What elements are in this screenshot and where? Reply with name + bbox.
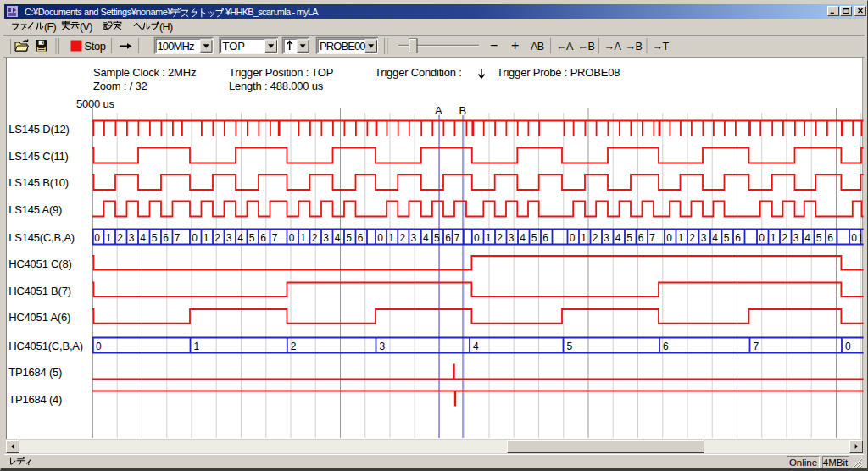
svg-text:4: 4 [423, 232, 429, 244]
svg-text:AB: AB [531, 41, 544, 53]
svg-text:HC4051 A(6): HC4051 A(6) [8, 311, 70, 324]
svg-text:7: 7 [754, 341, 760, 352]
svg-text:7: 7 [272, 232, 278, 244]
svg-text:Zoom : / 32: Zoom : / 32 [93, 80, 147, 92]
svg-text:1: 1 [858, 232, 864, 244]
svg-text:0: 0 [666, 232, 672, 244]
svg-text:2: 2 [593, 232, 598, 244]
svg-text:B: B [459, 104, 466, 117]
svg-text:3: 3 [793, 232, 799, 244]
svg-text:Trigger Condition :: Trigger Condition : [375, 66, 462, 79]
svg-text:4: 4 [520, 232, 526, 244]
svg-text:0: 0 [474, 232, 480, 244]
svg-text:3: 3 [226, 232, 232, 244]
svg-text:→T: →T [653, 41, 670, 53]
svg-text:1: 1 [678, 232, 684, 244]
svg-text:5000 us: 5000 us [76, 97, 115, 110]
svg-text:1: 1 [194, 341, 200, 352]
svg-text:Sample Clock : 2MHz: Sample Clock : 2MHz [93, 66, 196, 79]
svg-text:HC4051 C(8): HC4051 C(8) [8, 258, 71, 270]
svg-text:2: 2 [214, 232, 220, 244]
svg-text:4: 4 [140, 232, 146, 244]
svg-text:HC4051(C,B,A): HC4051(C,B,A) [8, 340, 83, 352]
svg-text:2: 2 [782, 232, 787, 244]
svg-text:4: 4 [615, 232, 621, 244]
svg-text:6: 6 [638, 232, 644, 244]
svg-text:→A: →A [604, 41, 622, 53]
svg-text:TP1684 (4): TP1684 (4) [8, 393, 62, 406]
svg-text:5: 5 [567, 341, 573, 352]
svg-text:TP1684 (5): TP1684 (5) [8, 366, 62, 379]
svg-text:Stop: Stop [85, 40, 106, 53]
svg-text:5: 5 [531, 232, 537, 244]
svg-text:3: 3 [604, 232, 609, 244]
svg-text:5: 5 [724, 232, 730, 244]
svg-text:4: 4 [237, 232, 243, 244]
svg-text:4: 4 [804, 232, 810, 244]
svg-text:5: 5 [816, 232, 822, 244]
svg-text:Trigger Position : TOP: Trigger Position : TOP [229, 66, 333, 79]
svg-text:→B: →B [626, 41, 643, 53]
svg-text:+: + [511, 38, 519, 53]
svg-text:LS145(C,B,A): LS145(C,B,A) [8, 231, 75, 244]
svg-text:TOP: TOP [223, 40, 246, 53]
svg-text:2: 2 [312, 232, 318, 244]
svg-text:PROBE00: PROBE00 [320, 40, 365, 53]
svg-text:1: 1 [581, 232, 587, 244]
svg-text:1: 1 [771, 232, 776, 244]
svg-text:0: 0 [377, 232, 383, 244]
svg-text:0: 0 [570, 232, 576, 244]
svg-text:6: 6 [735, 232, 741, 244]
svg-text:2: 2 [117, 232, 123, 244]
svg-text:4: 4 [712, 232, 718, 244]
svg-text:6: 6 [260, 232, 266, 244]
svg-text:6: 6 [542, 232, 548, 244]
svg-text:0: 0 [289, 232, 295, 244]
svg-text:7: 7 [649, 232, 655, 244]
svg-text:6: 6 [445, 232, 451, 244]
svg-text:0: 0 [759, 232, 765, 244]
svg-text:1: 1 [486, 232, 492, 244]
svg-text:HC4051 B(7): HC4051 B(7) [8, 285, 71, 297]
svg-text:2: 2 [497, 232, 503, 244]
svg-text:3: 3 [129, 232, 135, 244]
svg-text:6: 6 [358, 232, 364, 244]
svg-text:2: 2 [689, 232, 695, 244]
svg-text:←A: ←A [556, 41, 574, 53]
svg-text:←B: ←B [578, 41, 595, 53]
svg-text:1: 1 [300, 232, 306, 244]
svg-text:4: 4 [335, 232, 341, 244]
svg-text:3: 3 [380, 341, 386, 352]
svg-text:6: 6 [163, 232, 169, 244]
svg-text:0: 0 [192, 232, 198, 244]
svg-text:A: A [435, 104, 442, 117]
svg-text:5: 5 [346, 232, 352, 244]
svg-text:Length : 488.000 us: Length : 488.000 us [229, 80, 324, 92]
svg-text:5: 5 [249, 232, 255, 244]
svg-text:6: 6 [663, 341, 669, 352]
svg-text:2: 2 [400, 232, 406, 244]
svg-text:3: 3 [411, 232, 417, 244]
svg-text:LS145 C(11): LS145 C(11) [8, 150, 69, 163]
svg-text:3: 3 [509, 232, 515, 244]
svg-text:0: 0 [845, 341, 851, 352]
svg-text:5: 5 [152, 232, 158, 244]
svg-text:100MHz: 100MHz [158, 40, 194, 53]
svg-text:3: 3 [701, 232, 707, 244]
svg-text:−: − [490, 38, 498, 53]
svg-text:LS145 D(12): LS145 D(12) [8, 123, 70, 136]
svg-text:2: 2 [291, 341, 297, 352]
svg-text:7: 7 [175, 232, 181, 244]
svg-text:0: 0 [94, 232, 100, 244]
svg-text:5: 5 [626, 232, 632, 244]
svg-text:1: 1 [388, 232, 394, 244]
svg-text:0: 0 [96, 341, 102, 352]
svg-text:1: 1 [106, 232, 112, 244]
svg-text:3: 3 [323, 232, 329, 244]
svg-text:7: 7 [454, 232, 460, 244]
svg-text:6: 6 [827, 232, 833, 244]
svg-text:4: 4 [473, 341, 479, 352]
svg-text:1: 1 [203, 232, 209, 244]
svg-text:LS145 A(9): LS145 A(9) [8, 203, 62, 216]
svg-text:Trigger Probe : PROBE08: Trigger Probe : PROBE08 [497, 66, 620, 79]
